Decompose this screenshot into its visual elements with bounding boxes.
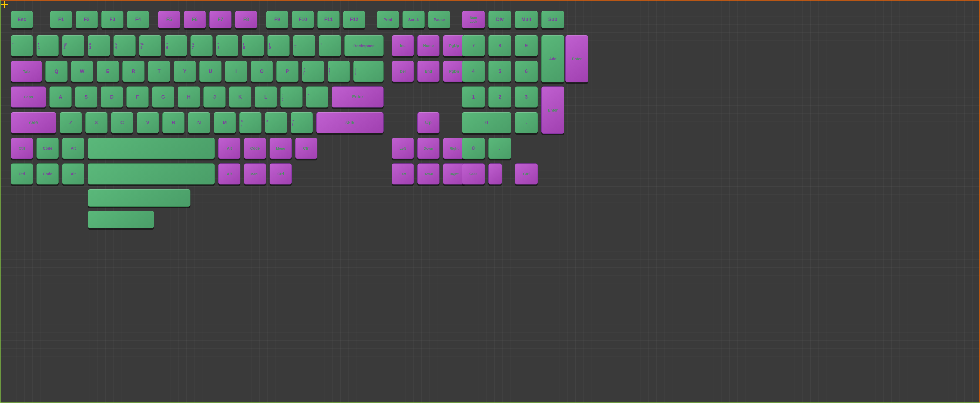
- key-alt-left[interactable]: Alt: [62, 138, 84, 159]
- key-nummult[interactable]: Mult: [515, 11, 538, 29]
- key-num6[interactable]: 6: [515, 61, 538, 82]
- key-u[interactable]: U: [199, 61, 221, 82]
- key-m[interactable]: M: [214, 112, 236, 133]
- key-e[interactable]: E: [97, 61, 119, 82]
- key-scrlk[interactable]: ScrLk: [402, 11, 425, 29]
- key-menu[interactable]: Menu: [270, 138, 292, 159]
- key-d[interactable]: D: [101, 86, 123, 107]
- key-ctrl-extra[interactable]: Ctrl: [515, 163, 538, 185]
- key-esc[interactable]: Esc: [11, 11, 33, 29]
- key-num4[interactable]: 4: [462, 61, 485, 82]
- key-w[interactable]: W: [71, 61, 93, 82]
- key-down2[interactable]: Down: [417, 163, 439, 185]
- key-space3[interactable]: [88, 189, 191, 207]
- key-a[interactable]: A: [49, 86, 72, 107]
- key-j[interactable]: J: [204, 86, 226, 107]
- key-num0[interactable]: 0: [462, 112, 511, 133]
- key-numsub[interactable]: Sub: [541, 11, 564, 29]
- key-numdot[interactable]: .: [515, 112, 538, 133]
- key-l[interactable]: L: [255, 86, 277, 107]
- key-f9[interactable]: F9: [266, 11, 288, 29]
- key-2[interactable]: @ 2: [62, 35, 84, 56]
- key-p[interactable]: P: [276, 61, 299, 82]
- key-alt-right[interactable]: Alt: [218, 138, 240, 159]
- key-i[interactable]: I: [225, 61, 247, 82]
- key-home[interactable]: Home: [417, 35, 439, 56]
- key-r[interactable]: R: [123, 61, 145, 82]
- key-ctrl-right2[interactable]: Ctrl: [270, 163, 292, 185]
- key-semicolon[interactable]: : ;: [280, 86, 302, 107]
- key-numpad-dot[interactable]: .: [488, 138, 511, 159]
- key-down[interactable]: Down: [417, 138, 439, 159]
- key-backslash[interactable]: | \: [353, 61, 383, 82]
- key-pause[interactable]: Pause: [428, 11, 450, 29]
- key-num9[interactable]: 9: [515, 35, 538, 56]
- key-space4[interactable]: [88, 211, 154, 228]
- key-f2[interactable]: F2: [76, 11, 98, 29]
- key-8[interactable]: * 8: [216, 35, 238, 56]
- key-num7[interactable]: 7: [462, 35, 485, 56]
- key-num8[interactable]: 8: [488, 35, 511, 56]
- key-num5[interactable]: 5: [488, 61, 511, 82]
- key-3[interactable]: # 3: [88, 35, 110, 56]
- key-quote[interactable]: " ': [306, 86, 328, 107]
- key-f4[interactable]: F4: [127, 11, 149, 29]
- key-z[interactable]: Z: [60, 112, 82, 133]
- key-enter[interactable]: Enter: [332, 86, 383, 107]
- key-minus[interactable]: _ -: [293, 35, 315, 56]
- key-num1[interactable]: 1: [462, 86, 485, 107]
- key-numlock[interactable]: NumLock: [462, 11, 485, 29]
- key-s[interactable]: S: [75, 86, 97, 107]
- key-rbracket[interactable]: } ]: [328, 61, 350, 82]
- key-ins[interactable]: Ins: [392, 35, 414, 56]
- key-9[interactable]: ( 9: [242, 35, 264, 56]
- key-q[interactable]: Q: [45, 61, 68, 82]
- key-numpad-0[interactable]: 0: [462, 138, 485, 159]
- key-tab[interactable]: Tab: [11, 61, 42, 82]
- key-h[interactable]: H: [178, 86, 200, 107]
- key-f8[interactable]: F8: [235, 11, 257, 29]
- key-shift-right[interactable]: Shift: [316, 112, 383, 133]
- key-1[interactable]: ! 1: [37, 35, 59, 56]
- key-7[interactable]: & 7: [191, 35, 213, 56]
- key-numadd[interactable]: Add: [541, 35, 564, 82]
- key-f6[interactable]: F6: [184, 11, 206, 29]
- key-tilde[interactable]: ~ `: [11, 35, 33, 56]
- key-shift-left[interactable]: Shift: [11, 112, 56, 133]
- key-n[interactable]: N: [188, 112, 210, 133]
- key-left[interactable]: Left: [392, 138, 414, 159]
- key-0[interactable]: ) 0: [267, 35, 290, 56]
- key-equals[interactable]: + =: [319, 35, 341, 56]
- key-code-left[interactable]: Code: [37, 138, 59, 159]
- key-menu2[interactable]: Menu: [244, 163, 266, 185]
- key-code-left2[interactable]: Code: [37, 163, 59, 185]
- key-period[interactable]: > .: [265, 112, 287, 133]
- key-end[interactable]: End: [417, 61, 439, 82]
- key-numenter2[interactable]: Enter: [541, 86, 564, 134]
- key-num2[interactable]: 2: [488, 86, 511, 107]
- key-k[interactable]: K: [229, 86, 251, 107]
- key-up[interactable]: Up: [417, 112, 439, 133]
- key-ctrl-right[interactable]: Ctrl: [295, 138, 317, 159]
- key-4[interactable]: $ 4: [113, 35, 135, 56]
- key-numenter[interactable]: Enter: [565, 35, 588, 82]
- key-lbracket[interactable]: { [: [302, 61, 324, 82]
- key-comma[interactable]: < ,: [239, 112, 261, 133]
- key-alt-right2[interactable]: Alt: [218, 163, 240, 185]
- key-6[interactable]: ^ 6: [165, 35, 187, 56]
- key-x[interactable]: X: [85, 112, 108, 133]
- key-ctrl-left2[interactable]: Ctrl: [11, 163, 33, 185]
- key-capslock[interactable]: Caps: [11, 86, 46, 107]
- key-o[interactable]: O: [251, 61, 273, 82]
- key-backspace[interactable]: Backspace: [344, 35, 383, 56]
- key-numdiv[interactable]: Div: [488, 11, 511, 29]
- key-f12[interactable]: F12: [343, 11, 365, 29]
- key-f7[interactable]: F7: [209, 11, 231, 29]
- key-space2[interactable]: [88, 163, 215, 185]
- key-space[interactable]: [88, 138, 215, 159]
- key-caps-extra[interactable]: Caps: [462, 163, 485, 185]
- key-f5[interactable]: F5: [158, 11, 180, 29]
- key-f10[interactable]: F10: [292, 11, 314, 29]
- key-5[interactable]: % 5: [139, 35, 161, 56]
- key-left2[interactable]: Left: [392, 163, 414, 185]
